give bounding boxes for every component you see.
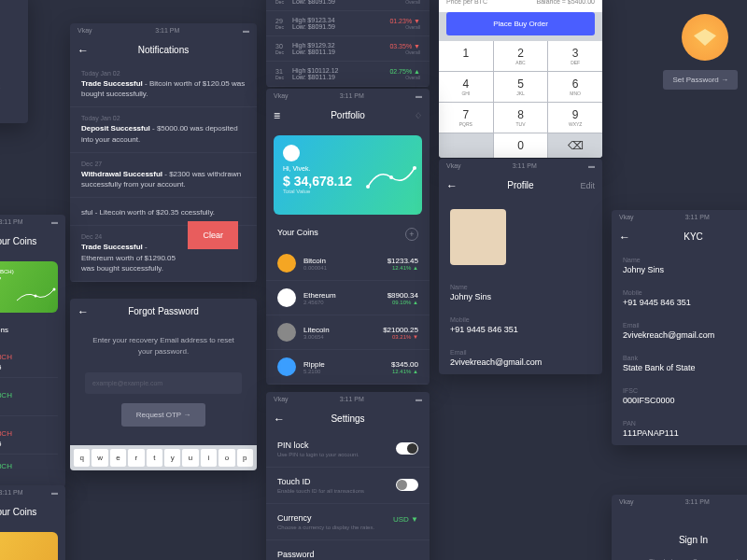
keyboard-key[interactable]: w [92,449,107,467]
settings-row[interactable]: Touch IDEnable touch ID for all transact… [266,468,430,504]
your-coins-screen-2: 3:11 PM▬ Your Coins [0,485,65,560]
coin-card[interactable] [0,532,58,560]
keyboard-key[interactable]: o [218,449,234,467]
keypad-key[interactable]: 3DEF [548,41,602,71]
sketch-logo-icon [682,14,728,61]
svg-point-2 [413,166,416,170]
portfolio-screen: Vkay3:11 PM▬ ≡Portfolio♢ Hi, Vivek. $ 34… [266,89,430,385]
keypad-key[interactable]: 9WXYZ [548,103,602,133]
menu-item[interactable]: rofile [0,18,28,37]
coin-row[interactable]: Bitcoin0.000041$1233.4512.41% ▲ [266,246,430,281]
kyc-screen: Vkay3:11 PM▬ ←KYC NameJohny SinsMobile+9… [612,210,747,445]
request-otp-button[interactable]: Request OTP → [121,403,206,427]
keyboard-key[interactable]: p [237,449,253,467]
settings-row[interactable]: CurrencyChoose a currency to display the… [266,504,430,540]
svg-point-3 [35,295,37,298]
ticker-row[interactable]: 30DecHigh $9129.32Low: $8011.1903.35% ▼O… [266,36,430,62]
sidebar-menu: KYC rofile ettings bout Us eedback ign O… [0,0,28,123]
notification-item[interactable]: Today Jan 02Deposit Successful - $5000.0… [70,107,257,152]
coin-row[interactable]: Litecoin3.00654$21000.2503.21% ▼ [266,315,430,350]
page-title: Your Coins [0,236,36,246]
ticker-row[interactable]: 28DecHigh $9123.34Low: $8091.5901.23% ▼O… [266,0,430,11]
set-password-button[interactable]: Set Password → [663,70,738,90]
coin-row[interactable]: Ripple5.2100$345.0012.41% ▲ [266,350,430,385]
keypad-key[interactable]: 4GHI [439,72,493,102]
bell-icon[interactable]: ♢ [415,111,422,120]
coin-row[interactable]: Ethereum2.45670$8900.3409.10% ▲ [266,281,430,315]
back-icon[interactable]: ← [274,413,285,426]
kyc-field: BankState Bank of State [612,347,747,380]
kyc-field: NameJohny Sins [612,249,747,282]
notification-item[interactable]: Dec 27Withdrawal Successful - $2300 was … [70,153,257,198]
settings-row[interactable]: PasswordChange your account password [266,540,430,560]
profile-field: Email2vivekreach@gmail.com [439,342,602,374]
balance-card: Hi, Vivek. $ 34,678.12 Total Value [274,135,422,215]
keyboard-key[interactable]: t [147,449,162,467]
menu-icon[interactable]: ≡ [274,109,280,122]
notification-item[interactable]: sful - Litecoin worth of $20.35 ccessful… [70,198,257,226]
profile-field: NameJohny Sins [439,276,602,309]
keypad-key[interactable]: 6MNO [548,72,602,102]
toggle[interactable] [396,442,418,455]
back-icon[interactable]: ← [446,179,458,192]
keypad-key[interactable] [439,133,493,158]
back-icon[interactable]: ← [619,231,630,244]
edit-button[interactable]: Edit [580,181,595,190]
kyc-field: Mobile+91 9445 846 351 [612,282,747,315]
page-title: Forgot Password [128,306,199,316]
settings-row[interactable]: PIN lockUse PIN to login to your account… [266,431,430,468]
notification-item[interactable]: Today Jan 02Trade Successful - Bitcoin w… [70,63,257,107]
transaction-row[interactable]: ght0.000508CH$800.50 [0,378,58,416]
keyboard-key[interactable]: q [74,449,90,467]
back-icon[interactable]: ← [78,305,89,318]
page-title: KYC [684,231,703,242]
menu-item[interactable]: ign Out [0,96,28,116]
keypad-key[interactable]: 1 [439,41,493,71]
keyboard-key[interactable]: i [201,449,217,467]
profile-field: Mobile+91 9445 846 351 [439,309,602,342]
page-title: Sign In [679,535,708,545]
your-coins-screen: 3:11 PM▬ Your Coins in Cash (BCH) 5.67 r… [0,215,65,487]
ticker-row[interactable]: 31DecHigh $10112.12Low: $8011.1902.75% ▲… [266,62,430,87]
add-coin-button[interactable]: + [405,228,418,241]
transaction-row[interactable]: 25.20170.000348CH$1233.45 [0,416,58,455]
notifications-screen: Vkay3:11 PM▬ ←Notifications Today Jan 02… [70,23,257,282]
page-title: Portfolio [331,110,365,120]
currency-select[interactable]: USD ▼ [393,515,418,524]
transaction-row[interactable]: 25.20170.000348CH$1233.45 [0,340,58,378]
menu-item[interactable]: eedback [0,77,28,96]
page-title: Settings [331,413,364,424]
menu-item[interactable]: ettings [0,37,28,57]
page-title: Your Coins [0,507,36,517]
keypad-key[interactable]: 0 [494,133,548,158]
keyboard-key[interactable]: e [110,449,126,467]
toggle[interactable] [396,479,418,491]
coin-card[interactable]: in Cash (BCH) 5.67 [0,261,58,313]
keypad-key[interactable]: ⌫ [548,133,602,158]
keypad-key[interactable]: 2ABC [494,41,548,71]
keyboard-key[interactable]: u [182,449,198,467]
keyboard-key[interactable]: r [128,449,144,467]
sparkline-icon [17,287,54,305]
ticker-row[interactable]: 29DecHigh $9123.34Low: $8091.5901.23% ▼O… [266,11,430,36]
profile-image [450,209,506,265]
keyboard-key[interactable]: y [164,449,180,467]
signin-screen: Vkay3:11 PM▬ Sign In Sign In to your Cry… [612,495,747,560]
keypad-key[interactable]: 7PQRS [439,103,493,133]
transaction-row[interactable]: 0.000508CH$800.50 [0,455,58,487]
place-buy-order-button[interactable]: Place Buy Order [446,12,595,35]
back-icon[interactable]: ← [78,44,89,57]
buy-keypad: Price per BTCBalance = $5400.00 Place Bu… [439,0,602,158]
keypad-key[interactable]: 5JKL [494,72,548,102]
menu-item[interactable]: KYC [0,0,28,18]
page-title: Profile [507,180,533,190]
menu-item[interactable]: bout Us [0,57,28,77]
email-field[interactable]: example@example.com [85,372,242,394]
forgot-password-screen: ←Forgot Password Enter your recovery Ema… [70,299,257,470]
kyc-field: IFSC000IFSC0000 [612,380,747,413]
clear-button[interactable]: Clear [188,221,238,249]
ticker-screen: 28DecHigh $9123.34Low: $8091.5901.23% ▼O… [266,0,430,87]
keypad-key[interactable]: 8TUV [494,103,548,133]
avatar [283,145,300,161]
page-title: Notifications [138,45,189,55]
